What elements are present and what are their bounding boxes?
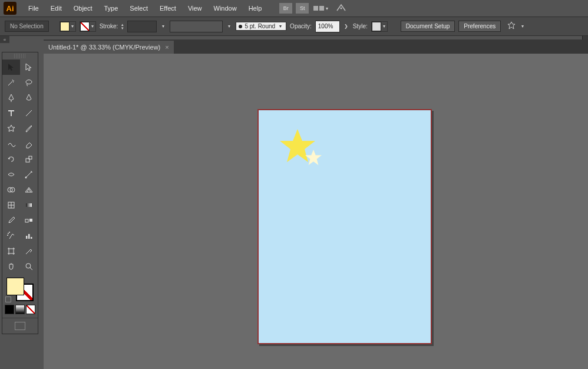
type-tool[interactable] — [2, 106, 20, 121]
mesh-tool[interactable] — [2, 197, 20, 213]
star-shape-small[interactable] — [305, 149, 322, 166]
free-transform-tool[interactable] — [20, 167, 38, 182]
menu-edit[interactable]: Edit — [45, 2, 68, 15]
rotate-tool[interactable] — [2, 151, 20, 167]
svg-rect-14 — [26, 236, 28, 239]
stroke-swatch-dropdown[interactable]: ▾ — [80, 21, 96, 32]
svg-point-1 — [26, 80, 32, 84]
width-tool[interactable] — [2, 167, 20, 182]
menu-window[interactable]: Window — [208, 2, 243, 15]
screen-mode-control[interactable] — [2, 318, 38, 334]
brush-definition-dropdown[interactable]: 5 pt. Round ▾ — [236, 22, 286, 31]
slice-tool[interactable] — [20, 243, 38, 259]
chevron-down-icon: ▾ — [278, 24, 283, 29]
selection-tool[interactable] — [2, 60, 20, 75]
blend-tool[interactable] — [20, 213, 38, 228]
artboard[interactable] — [257, 109, 432, 344]
shaper-tool[interactable] — [2, 136, 20, 151]
app-logo: Ai — [4, 2, 16, 15]
opacity-label[interactable]: Opacity: — [290, 23, 312, 29]
brush-label: 5 pt. Round — [245, 23, 275, 29]
curvature-tool[interactable] — [20, 90, 38, 106]
stock-icon[interactable]: St — [296, 3, 309, 14]
direct-selection-tool[interactable] — [20, 60, 38, 75]
svg-point-12 — [9, 232, 10, 233]
chevron-down-icon: ▾ — [70, 24, 75, 29]
document-setup-button[interactable]: Document Setup — [401, 21, 455, 32]
align-to-icon[interactable] — [507, 21, 516, 32]
panel-grip[interactable] — [14, 54, 26, 58]
eraser-tool[interactable] — [20, 136, 38, 151]
document-tab-title: Untitled-1* @ 33.33% (CMYK/Preview) — [48, 44, 160, 51]
svg-point-11 — [8, 233, 9, 234]
shape-builder-tool[interactable] — [2, 182, 20, 197]
color-mode-solid[interactable] — [5, 305, 14, 314]
svg-rect-15 — [28, 234, 30, 239]
color-mode-gradient[interactable] — [15, 305, 25, 314]
column-graph-tool[interactable] — [20, 228, 38, 243]
chevron-down-icon[interactable]: ▾ — [520, 24, 526, 29]
tools-collapse-icon[interactable]: « — [0, 36, 9, 43]
svg-rect-9 — [25, 219, 28, 222]
menu-bar: Ai File Edit Object Type Select Effect V… — [0, 0, 588, 17]
preferences-button[interactable]: Preferences — [458, 21, 501, 32]
paintbrush-tool[interactable] — [20, 121, 38, 136]
fill-stroke-control[interactable] — [5, 276, 35, 302]
stroke-label[interactable]: Stroke: — [100, 23, 118, 29]
color-mode-none[interactable] — [26, 305, 35, 314]
canvas-area[interactable] — [44, 54, 588, 369]
arrange-documents-icon[interactable] — [313, 6, 324, 11]
opacity-input[interactable] — [315, 21, 340, 32]
menu-effect[interactable]: Effect — [154, 2, 182, 15]
gpu-preview-icon[interactable] — [336, 4, 346, 13]
svg-rect-10 — [29, 219, 32, 222]
control-bar: No Selection ▾ ▾ Stroke: ▴▾ ▾ ▾ 5 pt. Ro… — [0, 17, 588, 36]
fill-swatch-dropdown[interactable]: ▾ — [60, 21, 76, 32]
svg-point-0 — [341, 8, 342, 9]
arrange-dropdown-icon[interactable]: ▾ — [324, 6, 330, 11]
svg-point-18 — [26, 263, 31, 268]
tools-panel — [2, 52, 38, 334]
fill-swatch — [60, 22, 70, 31]
lasso-tool[interactable] — [20, 75, 38, 90]
bridge-icon[interactable]: Br — [279, 3, 292, 14]
perspective-grid-tool[interactable] — [20, 182, 38, 197]
gradient-tool[interactable] — [20, 197, 38, 213]
menu-type[interactable]: Type — [98, 2, 124, 15]
magic-wand-tool[interactable] — [2, 75, 20, 90]
stroke-weight-stepper[interactable]: ▴▾ — [121, 23, 124, 30]
menu-view[interactable]: View — [182, 2, 208, 15]
close-icon[interactable]: × — [165, 44, 169, 51]
menu-help[interactable]: Help — [243, 2, 268, 15]
line-tool[interactable] — [20, 106, 38, 121]
opacity-dropdown-icon[interactable]: ❯ — [343, 24, 349, 29]
chevron-down-icon: ▾ — [90, 24, 95, 29]
graphic-style-dropdown[interactable]: ▾ — [371, 21, 388, 32]
color-mode-row — [2, 304, 38, 318]
swap-fill-stroke-icon[interactable] — [5, 296, 11, 302]
artboard-tool[interactable] — [2, 243, 20, 259]
style-label[interactable]: Style: — [353, 23, 368, 29]
stroke-weight-dropdown-icon[interactable]: ▾ — [160, 24, 166, 29]
screen-mode-icon — [15, 322, 25, 330]
symbol-sprayer-tool[interactable] — [2, 228, 20, 243]
fill-color-box[interactable] — [6, 278, 24, 295]
shape-tool[interactable] — [2, 121, 20, 136]
scale-tool[interactable] — [20, 151, 38, 167]
variable-width-profile[interactable] — [170, 21, 223, 32]
selection-status: No Selection — [5, 21, 49, 32]
brush-dot-icon — [239, 25, 242, 28]
eyedropper-tool[interactable] — [2, 213, 20, 228]
zoom-tool[interactable] — [20, 259, 38, 274]
menu-file[interactable]: File — [22, 2, 45, 15]
menu-object[interactable]: Object — [68, 2, 98, 15]
document-tab-bar: Untitled-1* @ 33.33% (CMYK/Preview) × — [44, 39, 588, 54]
pen-tool[interactable] — [2, 90, 20, 106]
hand-tool[interactable] — [2, 259, 20, 274]
svg-rect-17 — [9, 249, 14, 253]
menu-select[interactable]: Select — [124, 2, 154, 15]
chevron-down-icon[interactable]: ▾ — [226, 24, 232, 29]
stroke-weight-input[interactable] — [127, 21, 157, 32]
document-tab[interactable]: Untitled-1* @ 33.33% (CMYK/Preview) × — [44, 41, 174, 54]
stroke-swatch — [80, 22, 90, 31]
